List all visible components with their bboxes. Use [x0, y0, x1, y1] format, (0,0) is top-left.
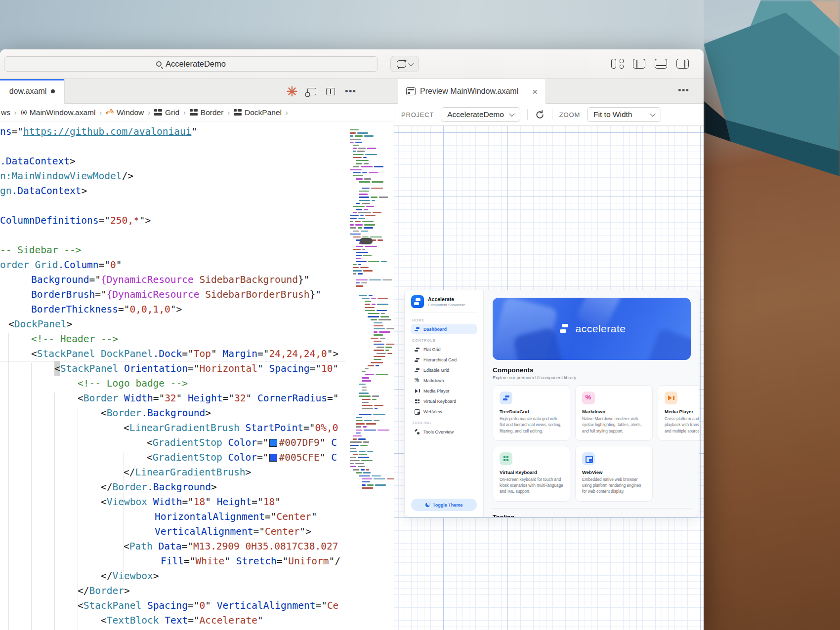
- minimap-line: [369, 279, 380, 280]
- component-card[interactable]: Virtual KeyboardOn-screen keyboard for t…: [493, 446, 570, 502]
- project-dropdown[interactable]: AccelerateDemo: [441, 107, 520, 122]
- webview-icon: [415, 409, 420, 414]
- code-line: <Border Width="32" Height="32" CornerRad…: [78, 391, 338, 406]
- breadcrumb-item[interactable]: DockPanel: [234, 108, 282, 117]
- minimap-line: [374, 334, 383, 335]
- desktop-wallpaper: [704, 0, 840, 630]
- minimap-line: [374, 322, 382, 323]
- close-icon[interactable]: ×: [532, 87, 538, 96]
- indent-guide: [54, 393, 55, 630]
- ai-asterisk-icon[interactable]: [287, 86, 297, 97]
- breadcrumb-item[interactable]: ws: [1, 108, 10, 117]
- card-description: Cross-platform audio and video playback …: [665, 416, 699, 434]
- minimap-line: [359, 191, 369, 192]
- minimap-line: [366, 469, 369, 470]
- sidebar-item-media-player[interactable]: Media Player: [411, 386, 477, 396]
- minimap-line: [378, 239, 383, 240]
- minimap-line: [359, 475, 370, 476]
- component-card[interactable]: Media PlayerCross-platform audio and vid…: [658, 385, 699, 441]
- minimap-line: [365, 246, 378, 247]
- minimap-line: [374, 166, 383, 167]
- open-in-split-icon[interactable]: [307, 88, 316, 95]
- minimap-line: [379, 197, 388, 197]
- code-line: <GradientStop Color="#005CFE" C: [147, 450, 337, 465]
- sidebar-item-webview[interactable]: WebView: [411, 406, 477, 417]
- minimap-line: [363, 270, 373, 271]
- app-logo-subtitle: Component Showcase: [428, 303, 465, 307]
- breadcrumb-item[interactable]: ⟨●⟩MainWindow.axaml: [21, 108, 96, 117]
- code-line: </Border>: [78, 584, 130, 598]
- minimap-line: [376, 374, 388, 375]
- editable-grid-icon: [415, 368, 420, 373]
- minimap-line: [355, 135, 363, 136]
- minimap-line: [353, 264, 357, 265]
- toggle-theme-button[interactable]: Toggle Theme: [411, 499, 477, 511]
- minimap-line: [355, 142, 363, 143]
- code-line: <StackPanel Spacing="0" VerticalAlignmen…: [78, 598, 338, 613]
- minimap-line: [353, 454, 358, 455]
- banner-shape: [642, 328, 691, 360]
- layout-grid-icon[interactable]: [611, 59, 624, 69]
- code-line: </Viewbox>: [101, 569, 159, 584]
- component-card[interactable]: WebViewEmbedded native web browser using…: [575, 446, 653, 502]
- breadcrumb: ws›⟨●⟩MainWindow.axaml›Window›Grid›Borde…: [0, 104, 394, 121]
- sidebar-item-editable-grid[interactable]: Editable Grid: [411, 365, 477, 375]
- minimap-line: [353, 154, 364, 155]
- minimap-line: [374, 325, 383, 326]
- breadcrumb-item[interactable]: Window: [106, 108, 144, 118]
- minimap-line: [374, 341, 381, 342]
- minimap-line: [353, 175, 363, 176]
- minimap-line: [353, 157, 362, 158]
- sidebar-item-label: Markdown: [423, 378, 444, 383]
- minimap-line: [373, 414, 386, 415]
- minimap-line: [362, 390, 367, 391]
- minimap-line: [386, 328, 394, 329]
- minimap-line: [365, 307, 375, 308]
- nav-section-label: HOME: [412, 318, 476, 322]
- more-icon[interactable]: •••: [345, 89, 356, 94]
- split-right-icon[interactable]: [676, 59, 689, 69]
- minimap-line: [362, 249, 366, 250]
- minimap-line: [350, 215, 359, 216]
- app-main: accelerate Components Explore our premiu…: [484, 290, 699, 517]
- sidebar-item-markdown[interactable]: Markdown: [411, 375, 477, 386]
- sidebar-item-virtual-keyboard[interactable]: Virtual Keyboard: [411, 396, 477, 406]
- minimap-line: [353, 249, 361, 250]
- sidebar-item-dashboard[interactable]: Dashboard: [411, 324, 477, 334]
- minimap-line: [350, 448, 356, 449]
- component-card[interactable]: MarkdownNative Markdown renderer with sy…: [575, 385, 653, 441]
- minimap-line: [364, 420, 372, 421]
- sidebar-item-tools-overview[interactable]: Tools Overview: [411, 427, 477, 437]
- minimap-line: [371, 362, 383, 363]
- sidebar-item-hierarchical-grid[interactable]: Hierarchical Grid: [411, 354, 477, 365]
- code-line: <Path Data="M13.2909 0H35.0817C38.027: [124, 539, 338, 554]
- minimap-line: [353, 267, 359, 268]
- two-columns-icon[interactable]: [326, 88, 335, 95]
- minimap-line: [362, 172, 367, 173]
- ai-chat-button[interactable]: [390, 56, 419, 72]
- code-editor[interactable]: ns="https://github.com/avaloniaui".DataC…: [0, 121, 394, 630]
- minimap-line: [358, 438, 365, 439]
- tab-preview[interactable]: Preview MainWindow.axaml ×: [398, 79, 546, 104]
- minimap-line: [380, 338, 385, 339]
- minimap-line: [372, 395, 378, 396]
- split-bottom-icon[interactable]: [655, 59, 667, 69]
- breadcrumb-item[interactable]: Grid: [154, 108, 179, 117]
- search-input[interactable]: AccelerateDemo: [4, 56, 378, 72]
- minimap[interactable]: [347, 129, 392, 630]
- scrollbar-thumb[interactable]: [360, 238, 373, 244]
- card-description: High-performance data grid with flat and…: [500, 416, 563, 434]
- project-label: PROJECT: [401, 111, 434, 118]
- component-card[interactable]: TreeDataGridHigh-performance data grid w…: [493, 385, 570, 441]
- zoom-dropdown[interactable]: Fit to Width: [587, 107, 661, 122]
- refresh-icon[interactable]: [535, 110, 545, 120]
- breadcrumb-item[interactable]: Border: [190, 108, 224, 117]
- split-left-icon[interactable]: [633, 59, 645, 69]
- minimap-line: [374, 350, 384, 351]
- minimap-line: [365, 374, 374, 375]
- preview-more-icon[interactable]: •••: [678, 85, 689, 96]
- nav-section-label: TOOLING: [412, 421, 476, 425]
- preview-canvas[interactable]: Accelerate Component Showcase HOMEDashbo…: [394, 126, 704, 630]
- sidebar-item-flat-grid[interactable]: Flat Grid: [411, 344, 477, 354]
- tab-mainwindow-axaml[interactable]: dow.axaml: [0, 79, 65, 104]
